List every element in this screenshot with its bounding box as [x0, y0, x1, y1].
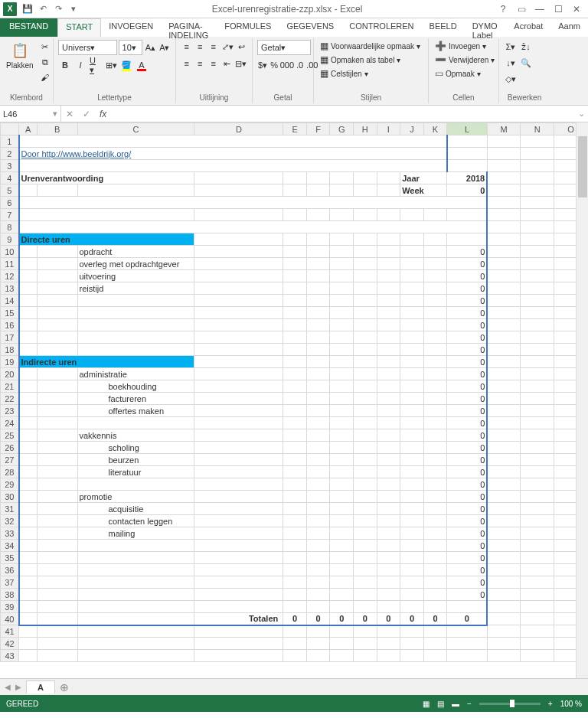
- font-name-select[interactable]: Univers ▾: [58, 40, 117, 55]
- desc-25[interactable]: vakkennis: [77, 429, 194, 442]
- tot-day-1[interactable]: 0: [306, 613, 330, 625]
- add-sheet-icon[interactable]: ⊕: [60, 681, 69, 694]
- desc-39[interactable]: [77, 601, 194, 613]
- total-14[interactable]: 0: [447, 295, 487, 307]
- col-header-J[interactable]: J: [400, 123, 424, 135]
- col-header-M[interactable]: M: [487, 123, 521, 135]
- row-header-35[interactable]: 35: [1, 552, 19, 564]
- total-35[interactable]: 0: [447, 552, 487, 564]
- total-27[interactable]: 0: [447, 454, 487, 466]
- desc-27[interactable]: beurzen: [77, 454, 194, 466]
- col-header-E[interactable]: E: [283, 123, 307, 135]
- tot-day-5[interactable]: 0: [400, 613, 424, 625]
- desc-31[interactable]: acquisitie: [77, 503, 194, 515]
- col-header-B[interactable]: B: [38, 123, 77, 135]
- category-9[interactable]: Directe uren: [19, 233, 194, 246]
- conditional-format-button[interactable]: ▦Voorwaardelijke opmaak▾: [318, 40, 423, 52]
- border-button[interactable]: ⊞▾: [104, 58, 118, 72]
- desc-16[interactable]: [77, 319, 194, 331]
- tot-day-3[interactable]: 0: [354, 613, 377, 625]
- row-header-39[interactable]: 39: [1, 601, 19, 613]
- total-11[interactable]: 0: [447, 258, 487, 270]
- total-10[interactable]: 0: [447, 246, 487, 258]
- col-header-H[interactable]: H: [354, 123, 377, 135]
- row-header-33[interactable]: 33: [1, 527, 19, 540]
- sheet-area[interactable]: ABCDEFGHIJKLMNO1ZZPcentrum2Door http://w…: [0, 122, 588, 678]
- inc-decimal-icon[interactable]: .0: [296, 58, 304, 72]
- hdr-total[interactable]: Totaal: [447, 209, 487, 221]
- wrap-text-icon[interactable]: ↩: [236, 40, 248, 54]
- row-header-13[interactable]: 13: [1, 282, 19, 295]
- view-layout-icon[interactable]: ▤: [437, 700, 444, 708]
- total-18[interactable]: 0: [447, 344, 487, 356]
- row-header-18[interactable]: 18: [1, 344, 19, 356]
- indent-dec-icon[interactable]: ⇤: [221, 57, 234, 70]
- tab-formules[interactable]: FORMULES: [217, 18, 279, 37]
- row-header-9[interactable]: 9: [1, 233, 19, 246]
- grand-total[interactable]: 0: [447, 613, 487, 625]
- row-header-41[interactable]: 41: [1, 625, 19, 638]
- total-32[interactable]: 0: [447, 515, 487, 527]
- tot-day-2[interactable]: 0: [330, 613, 354, 625]
- redo-icon[interactable]: ↷: [52, 3, 64, 15]
- desc-15[interactable]: [77, 307, 194, 319]
- totals-label[interactable]: Totalen: [194, 613, 283, 625]
- zoom-percent[interactable]: 100 %: [560, 700, 582, 708]
- total-15[interactable]: 0: [447, 307, 487, 319]
- fill-color-button[interactable]: 🪣: [119, 58, 133, 72]
- desc-33[interactable]: mailing: [77, 527, 194, 540]
- desc-35[interactable]: [77, 552, 194, 564]
- qat-more-icon[interactable]: ▾: [67, 3, 80, 15]
- align-center-icon[interactable]: ≡: [194, 57, 207, 70]
- hdr-day-6[interactable]: Zo: [423, 209, 447, 221]
- total-37[interactable]: 0: [447, 576, 487, 589]
- save-icon[interactable]: 💾: [21, 3, 34, 15]
- row-header-14[interactable]: 14: [1, 295, 19, 307]
- tab-acrobat[interactable]: Acrobat: [506, 18, 550, 37]
- spreadsheet-grid[interactable]: ABCDEFGHIJKLMNO1ZZPcentrum2Door http://w…: [0, 122, 588, 662]
- autosum-icon[interactable]: Σ▾: [504, 40, 518, 54]
- col-header-F[interactable]: F: [306, 123, 330, 135]
- row-header-31[interactable]: 31: [1, 503, 19, 515]
- total-30[interactable]: 0: [447, 491, 487, 503]
- cell-styles-button[interactable]: ▦Celstijlen▾: [318, 67, 423, 80]
- hdr-day-3[interactable]: Do: [354, 209, 377, 221]
- align-right-icon[interactable]: ≡: [207, 57, 220, 70]
- row-header-22[interactable]: 22: [1, 393, 19, 405]
- row-header-5[interactable]: 5: [1, 184, 19, 197]
- total-24[interactable]: 0: [447, 417, 487, 429]
- zoom-out-icon[interactable]: −: [467, 700, 472, 708]
- total-33[interactable]: 0: [447, 527, 487, 540]
- sheet-tab-a[interactable]: A: [26, 680, 55, 694]
- total-34[interactable]: 0: [447, 540, 487, 552]
- cut-icon[interactable]: ✂: [38, 40, 52, 54]
- total-17[interactable]: 0: [447, 331, 487, 344]
- desc-30[interactable]: promotie: [77, 491, 194, 503]
- tab-controleren[interactable]: CONTROLEREN: [341, 18, 421, 37]
- view-pagebreak-icon[interactable]: ▬: [452, 700, 459, 708]
- total-29[interactable]: 0: [447, 478, 487, 491]
- align-middle-icon[interactable]: ≡: [194, 40, 207, 54]
- hdr-day-1[interactable]: Di: [306, 209, 330, 221]
- category-19[interactable]: Indirecte uren: [19, 356, 194, 368]
- total-23[interactable]: 0: [447, 405, 487, 417]
- help-icon[interactable]: ?: [495, 2, 511, 16]
- sheet-nav-prev-icon[interactable]: ◀: [5, 683, 11, 691]
- fill-icon[interactable]: ↓▾: [504, 56, 518, 70]
- tot-day-0[interactable]: 0: [283, 613, 307, 625]
- desc-21[interactable]: boekhouding: [77, 380, 194, 393]
- hdr-day-0[interactable]: Ma: [283, 209, 307, 221]
- row-header-3[interactable]: 3: [1, 160, 19, 172]
- currency-icon[interactable]: $▾: [257, 58, 268, 72]
- total-9[interactable]: [447, 233, 487, 246]
- row-header-15[interactable]: 15: [1, 307, 19, 319]
- desc-14[interactable]: [77, 295, 194, 307]
- row-header-2[interactable]: 2: [1, 148, 19, 160]
- underline-button[interactable]: U ▾: [89, 58, 103, 72]
- desc-22[interactable]: factureren: [77, 393, 194, 405]
- section-label[interactable]: Urenverantwoording: [19, 172, 194, 184]
- tab-dymo[interactable]: DYMO Label: [465, 18, 507, 37]
- copy-icon[interactable]: ⧉: [38, 55, 52, 69]
- expand-formula-icon[interactable]: ⌄: [575, 109, 588, 119]
- font-size-select[interactable]: 10 ▾: [119, 40, 143, 55]
